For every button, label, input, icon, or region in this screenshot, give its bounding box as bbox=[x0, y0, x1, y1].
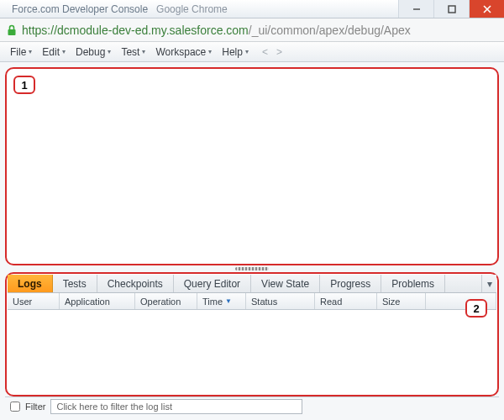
column-status[interactable]: Status bbox=[246, 293, 315, 309]
caret-icon: ▾ bbox=[142, 48, 145, 55]
minimize-button[interactable] bbox=[398, 0, 433, 18]
column-application-label: Application bbox=[65, 297, 110, 307]
column-read[interactable]: Read bbox=[315, 293, 377, 309]
annotation-2-badge: 2 bbox=[465, 299, 487, 318]
column-size-label: Size bbox=[382, 297, 400, 307]
caret-icon: ▾ bbox=[108, 48, 111, 55]
caret-icon: ▾ bbox=[29, 48, 32, 55]
logs-column-headers: User Application Operation Time▼ Status … bbox=[8, 293, 496, 310]
url-scheme: https:// bbox=[22, 24, 57, 37]
filter-placeholder: Click here to filter the log list bbox=[56, 402, 172, 412]
window-controls bbox=[398, 0, 504, 18]
logs-panel: 2 Logs Tests Checkpoints Query Editor Vi… bbox=[5, 272, 499, 396]
menu-edit-label: Edit bbox=[42, 46, 60, 58]
tab-progress-label: Progress bbox=[330, 278, 370, 290]
close-button[interactable] bbox=[469, 0, 504, 18]
tab-checkpoints-label: Checkpoints bbox=[108, 278, 163, 290]
menu-help-label: Help bbox=[222, 46, 243, 58]
menu-debug[interactable]: Debug▾ bbox=[71, 44, 116, 60]
caret-icon: ▾ bbox=[208, 48, 212, 55]
url-host: dcmodule-dev-ed.my.salesforce.com bbox=[57, 24, 249, 37]
window-titlebar: Force.com Developer Console Google Chrom… bbox=[0, 0, 504, 18]
column-size[interactable]: Size bbox=[377, 293, 426, 309]
svg-rect-1 bbox=[449, 6, 455, 13]
filter-bar: Filter Click here to filter the log list bbox=[5, 396, 499, 415]
column-user-label: User bbox=[13, 297, 32, 307]
tab-problems[interactable]: Problems bbox=[381, 275, 445, 292]
tab-query-editor-label: Query Editor bbox=[184, 278, 240, 290]
tab-tests[interactable]: Tests bbox=[53, 275, 97, 292]
chevron-down-icon: ▾ bbox=[487, 278, 492, 290]
panel-collapse-button[interactable]: ▾ bbox=[481, 275, 496, 292]
column-read-label: Read bbox=[320, 297, 342, 307]
tab-view-state-label: View State bbox=[261, 278, 309, 290]
tab-checkpoints[interactable]: Checkpoints bbox=[97, 275, 174, 292]
column-operation-label: Operation bbox=[140, 297, 181, 307]
sort-desc-icon: ▼ bbox=[225, 297, 232, 305]
developer-console-body: 1 2 Logs Tests Checkpoints Query Editor … bbox=[0, 62, 504, 420]
window-title: Force.com Developer Console bbox=[12, 3, 148, 15]
menu-workspace[interactable]: Workspace▾ bbox=[150, 44, 217, 60]
address-bar[interactable]: https://dcmodule-dev-ed.my.salesforce.co… bbox=[0, 18, 504, 42]
vertical-splitter[interactable] bbox=[5, 265, 499, 272]
column-time-label: Time bbox=[202, 297, 223, 307]
editor-pane[interactable]: 1 bbox=[5, 67, 499, 265]
menu-help[interactable]: Help▾ bbox=[217, 44, 254, 60]
tab-logs-label: Logs bbox=[18, 278, 42, 290]
tab-problems-label: Problems bbox=[391, 278, 434, 290]
menu-file-label: File bbox=[10, 46, 26, 58]
menu-bar: File▾ Edit▾ Debug▾ Test▾ Workspace▾ Help… bbox=[0, 42, 504, 62]
menu-workspace-label: Workspace bbox=[155, 46, 206, 58]
tab-logs[interactable]: Logs bbox=[8, 275, 53, 292]
tab-progress[interactable]: Progress bbox=[320, 275, 381, 292]
menu-test[interactable]: Test▾ bbox=[116, 44, 150, 60]
maximize-button[interactable] bbox=[433, 0, 469, 18]
menu-test-label: Test bbox=[121, 46, 139, 58]
lock-icon bbox=[5, 24, 18, 37]
column-status-label: Status bbox=[251, 297, 277, 307]
column-time[interactable]: Time▼ bbox=[197, 293, 246, 309]
tab-view-state[interactable]: View State bbox=[251, 275, 320, 292]
window-title-sub: Google Chrome bbox=[156, 3, 228, 15]
splitter-grip-icon bbox=[235, 267, 269, 270]
nav-next-button[interactable]: > bbox=[275, 46, 284, 58]
menu-debug-label: Debug bbox=[76, 46, 105, 58]
column-user[interactable]: User bbox=[8, 293, 60, 309]
filter-input[interactable]: Click here to filter the log list bbox=[50, 399, 302, 414]
column-operation[interactable]: Operation bbox=[135, 293, 197, 309]
column-application[interactable]: Application bbox=[60, 293, 135, 309]
tab-query-editor[interactable]: Query Editor bbox=[174, 275, 251, 292]
url-text: https://dcmodule-dev-ed.my.salesforce.co… bbox=[22, 24, 499, 37]
menu-file[interactable]: File▾ bbox=[5, 44, 37, 60]
caret-icon: ▾ bbox=[62, 48, 66, 55]
annotation-1-badge: 1 bbox=[13, 76, 35, 94]
svg-rect-4 bbox=[8, 29, 16, 35]
logs-grid-body[interactable] bbox=[8, 310, 496, 382]
filter-label: Filter bbox=[25, 402, 45, 412]
nav-prev-button[interactable]: < bbox=[260, 46, 270, 58]
tab-tests-label: Tests bbox=[63, 278, 87, 290]
filter-checkbox[interactable] bbox=[10, 402, 20, 412]
caret-icon: ▾ bbox=[245, 48, 249, 55]
menu-edit[interactable]: Edit▾ bbox=[37, 44, 71, 60]
bottom-tabstrip: Logs Tests Checkpoints Query Editor View… bbox=[8, 275, 496, 293]
url-path: /_ui/common/apex/debug/Apex bbox=[249, 24, 411, 37]
